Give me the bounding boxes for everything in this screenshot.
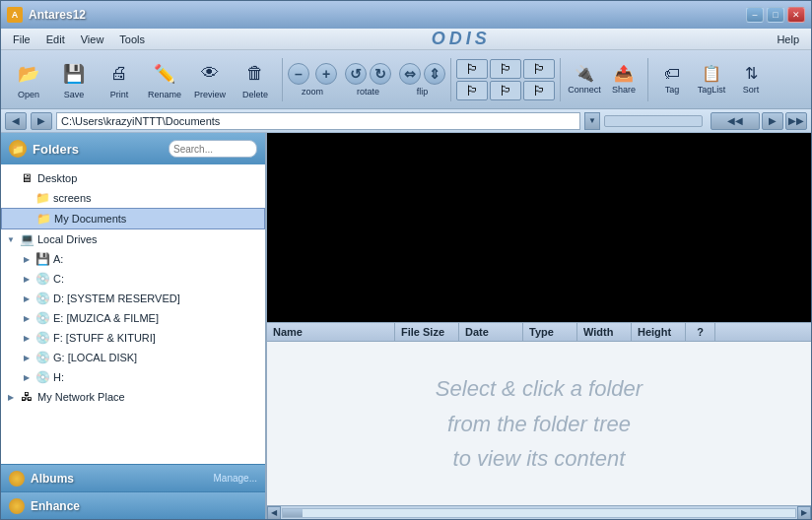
scroll-right-button[interactable]: ▶ [797,506,811,520]
nav-btn-1[interactable]: ◀◀ [710,112,760,130]
sidebar-header: 📁 Folders [1,133,265,164]
flag-button-2[interactable]: 🏳 [490,59,521,79]
tree-toggle-screens[interactable] [21,192,33,204]
flip-v-button[interactable]: ⇕ [424,63,445,85]
delete-button[interactable]: 🗑 Delete [234,55,277,104]
save-button[interactable]: 💾 Save [52,55,96,104]
tree-item-localdrives[interactable]: ▼ 💻 Local Drives [1,229,265,249]
tree-toggle-localdrives[interactable]: ▼ [5,233,17,245]
taglist-icon: 📋 [702,64,721,83]
window-title: Antares12 [29,8,86,22]
preview-button[interactable]: 👁 Preview [188,55,232,104]
zoom-plus-button[interactable]: + [315,63,337,85]
tree-item-f[interactable]: ▶ 💿 F: [STUFF & KITURI] [1,328,265,348]
nav-btn-2[interactable]: ▶ [762,112,783,130]
tree-item-d[interactable]: ▶ 💿 D: [SYSTEM RESERVED] [1,289,265,308]
albums-section[interactable]: Albums Manage... [1,464,265,491]
forward-button[interactable]: ▶ [31,112,52,130]
print-button[interactable]: 🖨 Print [98,55,141,104]
col-width[interactable]: Width [577,323,632,341]
window-controls: – □ ✕ [746,7,805,23]
tree-item-desktop[interactable]: 🖥 Desktop [1,168,265,188]
screens-icon: 📁 [34,190,50,206]
col-name[interactable]: Name [267,323,395,341]
minimize-button[interactable]: – [746,7,764,23]
tree-toggle-f[interactable]: ▶ [21,332,33,344]
flag-button-5[interactable]: 🏳 [490,81,521,100]
col-extra[interactable]: ? [686,323,715,341]
tree-item-c[interactable]: ▶ 💿 C: [1,269,265,289]
tree-toggle-d[interactable]: ▶ [21,292,33,304]
col-type[interactable]: Type [523,323,577,341]
scroll-thumb[interactable] [283,509,303,517]
menu-view[interactable]: View [73,32,112,47]
menu-edit[interactable]: Edit [38,32,73,47]
save-icon: 💾 [60,60,88,88]
network-icon: 🖧 [19,389,34,405]
tree-toggle-desktop[interactable] [5,172,17,184]
sidebar-search-input[interactable] [169,140,257,158]
connect-icon: 🔌 [575,64,594,83]
tree-toggle-network[interactable]: ▶ [5,391,17,403]
tree-item-e[interactable]: ▶ 💿 E: [MUZICA & FILME] [1,308,265,328]
rotate-label: rotate [357,87,379,97]
tree-toggle-c[interactable]: ▶ [21,273,33,285]
rotate-left-button[interactable]: ↺ [345,63,367,85]
flag-button-6[interactable]: 🏳 [523,81,555,100]
albums-title: Albums [31,472,74,486]
empty-folder-message: Select & click a folderfrom the folder t… [267,342,811,505]
col-size[interactable]: File Size [395,323,459,341]
zoom-label: zoom [302,87,323,97]
scroll-left-button[interactable]: ◀ [267,506,281,520]
maximize-button[interactable]: □ [767,7,784,23]
horizontal-scrollbar[interactable]: ◀ ▶ [267,505,811,519]
address-dropdown[interactable]: ▼ [584,112,600,130]
rotate-right-button[interactable]: ↻ [370,63,391,85]
menu-file[interactable]: File [5,32,38,47]
tree-item-h[interactable]: ▶ 💿 H: [1,367,265,387]
tag-icon: 🏷 [664,65,680,83]
taglist-button[interactable]: 📋 TagList [693,56,730,103]
tree-toggle-e[interactable]: ▶ [21,312,33,324]
flag-button-3[interactable]: 🏳 [523,59,555,79]
sort-button[interactable]: ⇅ Sort [732,56,770,103]
tag-button[interactable]: 🏷 Tag [653,56,691,103]
drive-e-icon: 💿 [34,310,50,326]
flip-h-button[interactable]: ⇔ [399,63,421,85]
enhance-section[interactable]: Enhance [1,491,265,519]
tree-toggle-h[interactable]: ▶ [21,371,33,383]
rename-button[interactable]: ✏️ Rename [143,55,186,104]
close-button[interactable]: ✕ [787,7,805,23]
tree-item-screens[interactable]: 📁 screens [1,188,265,208]
open-button[interactable]: 📂 Open [7,55,50,104]
flag-button-1[interactable]: 🏳 [456,59,488,79]
tree-item-network[interactable]: ▶ 🖧 My Network Place [1,387,265,407]
albums-manage-button[interactable]: Manage... [214,473,257,484]
flag-button-4[interactable]: 🏳 [456,81,488,100]
nav-btn-3[interactable]: ▶▶ [785,112,807,130]
back-button[interactable]: ◀ [5,112,27,130]
menu-help[interactable]: Help [769,32,807,47]
sidebar: 📁 Folders 🖥 Desktop 📁 screens [1,133,267,519]
tree-toggle-a[interactable]: ▶ [21,253,33,265]
tree-item-a[interactable]: ▶ 💾 A: [1,249,265,269]
menu-tools[interactable]: Tools [111,32,153,47]
scroll-track[interactable] [282,508,796,518]
sidebar-tree[interactable]: 🖥 Desktop 📁 screens 📁 My Documents ▼ 💻 L [1,164,265,464]
open-icon: 📂 [15,60,42,88]
zoom-minus-button[interactable]: – [288,63,309,85]
share-button[interactable]: 📤 Share [605,56,643,103]
col-date[interactable]: Date [459,323,523,341]
address-input[interactable] [56,112,580,130]
tree-item-mydocuments[interactable]: 📁 My Documents [1,208,265,229]
sep4 [647,58,648,101]
tree-toggle-mydocuments[interactable] [22,213,34,225]
tree-item-g[interactable]: ▶ 💿 G: [LOCAL DISK] [1,348,265,367]
drive-a-icon: 💾 [34,251,50,267]
flip-label: flip [417,87,429,97]
localdrives-icon: 💻 [19,231,34,247]
col-height[interactable]: Height [632,323,686,341]
tree-toggle-g[interactable]: ▶ [21,352,33,363]
connect-button[interactable]: 🔌 Connect [566,56,603,103]
print-icon: 🖨 [105,60,133,88]
